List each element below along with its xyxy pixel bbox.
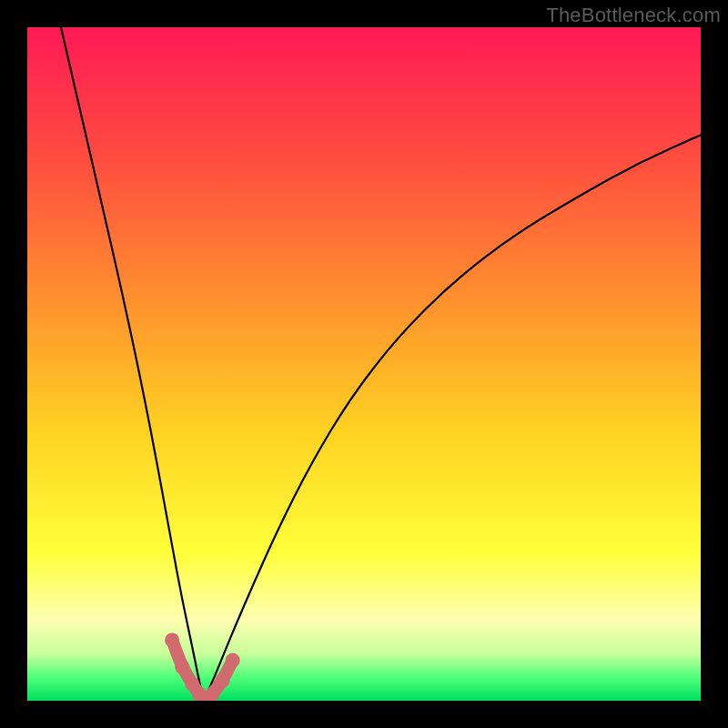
highlight-dot bbox=[206, 687, 220, 701]
highlight-dot bbox=[165, 632, 179, 647]
curve-layer bbox=[27, 27, 701, 701]
highlight-dot bbox=[216, 673, 230, 688]
highlight-dot bbox=[175, 660, 189, 674]
bottleneck-curve-right bbox=[204, 135, 701, 701]
highlight-dot bbox=[226, 653, 240, 668]
plot-frame bbox=[27, 27, 701, 701]
watermark-text: TheBottleneck.com bbox=[546, 4, 721, 27]
bottleneck-curve-left bbox=[61, 27, 204, 701]
